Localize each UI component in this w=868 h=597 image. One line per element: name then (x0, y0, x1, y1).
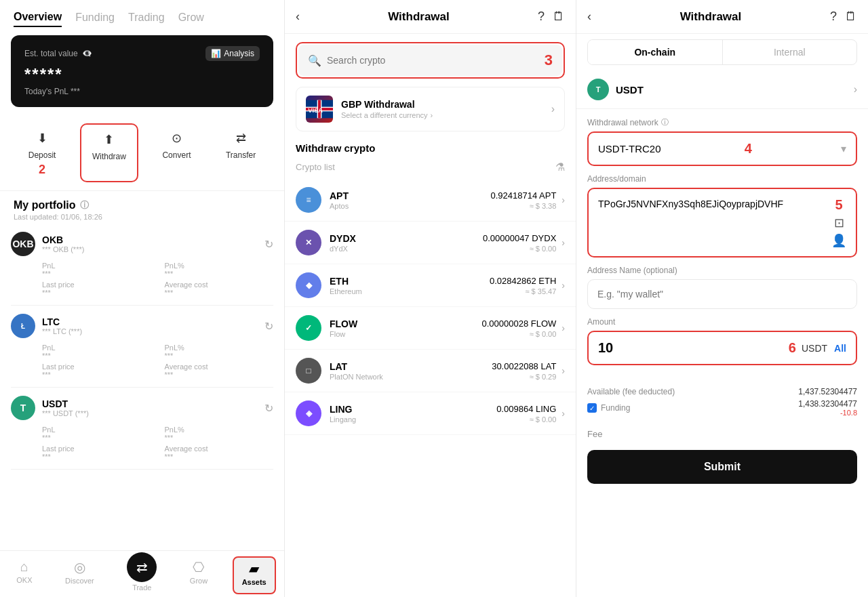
right-history-icon[interactable]: 🗒 (845, 9, 857, 24)
right-back-button[interactable]: ‹ (587, 9, 591, 24)
convert-icon: ⊙ (167, 129, 186, 148)
network-label: Withdrawal network ⓘ (587, 117, 857, 127)
usdt-avg-cost: *** (165, 453, 274, 461)
deposit-button[interactable]: ⬇ Deposit 2 (18, 123, 67, 182)
network-select[interactable]: USDT-TRC20 4 ▾ (598, 141, 846, 157)
crypto-item-ling[interactable]: ◈ LING Lingang 0.009864 LING ≈ $ 0.00 › (285, 392, 576, 435)
amount-field: 10 6 USDT All (587, 331, 857, 365)
history-icon[interactable]: 🗒 (553, 9, 565, 24)
right-usdt-chevron-icon: › (854, 83, 857, 96)
right-header: ‹ Withdrawal ? 🗒 (576, 0, 868, 34)
eth-chevron-icon: › (561, 280, 565, 291)
address-name-field (587, 279, 857, 309)
search-input[interactable] (327, 55, 539, 66)
gbp-text: GBP Withdrawal Select a different curren… (341, 99, 543, 119)
crypto-list: ≡ APT Aptos 0.92418714 APT ≈ $ 3.38 › ✕ … (285, 179, 576, 597)
transfer-button[interactable]: ⇄ Transfer (215, 123, 267, 182)
address-field: TPoGrJ5NVNFXny3Sqh8EJiQoyprapjDVHF 5 ⊡ 👤 (587, 188, 857, 258)
filter-icon[interactable]: ⚗ (555, 161, 565, 173)
annotation-2: 2 (39, 163, 45, 177)
ltc-last-price: *** (42, 371, 151, 379)
gbp-withdrawal[interactable]: VISA GBP Withdrawal Select a different c… (296, 87, 565, 131)
tab-switcher: On-chain Internal (587, 39, 857, 65)
right-header-icons: ? 🗒 (830, 9, 857, 24)
crypto-item-lat[interactable]: □ LAT PlatON Network 30.0022088 LAT ≈ $ … (285, 350, 576, 392)
ltc-refresh-icon[interactable]: ↻ (264, 320, 273, 333)
ltc-sub: *** LTC (***) (42, 327, 82, 335)
amount-currency: USDT (802, 343, 827, 354)
usdt-refresh-icon[interactable]: ↻ (264, 402, 273, 415)
amount-value[interactable]: 10 (598, 340, 789, 356)
ltc-name: LTC (42, 316, 82, 327)
convert-button[interactable]: ⊙ Convert (151, 123, 201, 182)
crypto-item-dydx[interactable]: ✕ DYDX dYdX 0.00000047 DYDX ≈ $ 0.00 › (285, 222, 576, 264)
grow-icon: ⎔ (193, 559, 204, 575)
okb-pnl-pct: *** (165, 270, 274, 278)
contact-icon[interactable]: 👤 (831, 233, 846, 248)
scan-qr-icon[interactable]: ⊡ (834, 215, 844, 230)
okb-refresh-icon[interactable]: ↻ (264, 238, 273, 251)
help-icon[interactable]: ? (538, 9, 545, 24)
right-help-icon[interactable]: ? (830, 9, 837, 24)
usdt-last-price: *** (42, 453, 151, 461)
crypto-item-flow[interactable]: ✓ FLOW Flow 0.00000028 FLOW ≈ $ 0.00 › (285, 307, 576, 350)
crypto-item-apt[interactable]: ≡ APT Aptos 0.92418714 APT ≈ $ 3.38 › (285, 179, 576, 222)
annotation-4: 4 (745, 141, 752, 157)
amount-all-button[interactable]: All (834, 343, 846, 354)
address-name-label: Address Name (optional) (587, 266, 857, 275)
okb-last-price: *** (42, 289, 151, 297)
nav-overview[interactable]: Overview (14, 11, 62, 27)
analysis-button[interactable]: 📊 Analysis (205, 46, 260, 61)
funding-row: ✓ Funding 1,438.32304477 -10.8 (587, 399, 857, 417)
okb-avatar: OKB (11, 232, 35, 256)
usdt-sub: *** USDT (***) (42, 409, 89, 417)
nav-funding[interactable]: Funding (75, 12, 115, 26)
nav-assets[interactable]: ▰ Assets (233, 556, 276, 594)
discover-icon: ◎ (74, 559, 85, 575)
amount-label: Amount (587, 317, 857, 327)
form-section: Withdrawal network ⓘ USDT-TRC20 4 ▾ Addr… (576, 109, 868, 382)
flow-avatar: ✓ (296, 315, 321, 341)
okb-avg-cost: *** (165, 289, 274, 297)
funding-checkbox[interactable]: ✓ (587, 403, 597, 413)
ling-chevron-icon: › (561, 408, 565, 419)
address-value[interactable]: TPoGrJ5NVNFXny3Sqh8EJiQoyprapjDVHF (598, 197, 826, 211)
withdraw-button[interactable]: ⬆ Withdraw (80, 123, 138, 182)
ltc-pnl: *** (42, 352, 151, 360)
assets-icon: ▰ (249, 560, 259, 577)
nav-grow[interactable]: ⎔ Grow (182, 556, 216, 594)
pnl-label: Today's PnL *** (24, 87, 260, 96)
crypto-list-header: Crypto list ⚗ (285, 157, 576, 179)
portfolio-list: OKB OKB *** OKB (***) ↻ PnL *** PnL% *** (0, 224, 284, 550)
apt-chevron-icon: › (561, 194, 565, 205)
tab-internal[interactable]: Internal (723, 40, 857, 64)
address-name-input[interactable] (597, 289, 847, 300)
action-buttons: ⬇ Deposit 2 ⬆ Withdraw ⊙ Convert ⇄ Trans… (0, 115, 284, 191)
middle-panel: ‹ Withdrawal ? 🗒 🔍 3 VISA (285, 0, 576, 597)
ltc-pnl-pct: *** (165, 352, 274, 360)
tab-on-chain[interactable]: On-chain (588, 40, 723, 64)
ltc-avatar: Ł (11, 314, 35, 338)
usdt-selector[interactable]: T USDT › (576, 70, 868, 109)
middle-back-button[interactable]: ‹ (296, 9, 300, 24)
middle-header: ‹ Withdrawal ? 🗒 (285, 0, 576, 34)
crypto-item-eth[interactable]: ◆ ETH Ethereum 0.02842862 ETH ≈ $ 35.47 … (285, 264, 576, 307)
balance-label: Est. total value 👁‍🗨 📊 Analysis (24, 46, 260, 61)
withdraw-icon: ⬆ (100, 130, 119, 149)
middle-header-icons: ? 🗒 (538, 9, 565, 24)
top-nav: Overview Funding Trading Grow (0, 0, 284, 27)
balance-card: Est. total value 👁‍🗨 📊 Analysis ***** To… (11, 35, 273, 107)
nav-okx[interactable]: ⌂ OKX (8, 556, 40, 594)
submit-button[interactable]: Submit (587, 450, 857, 484)
nav-grow[interactable]: Grow (178, 12, 204, 26)
transfer-icon: ⇄ (231, 129, 250, 148)
eth-avatar: ◆ (296, 272, 321, 298)
middle-title: Withdrawal (308, 10, 530, 24)
search-bar-container: 🔍 3 (285, 34, 576, 87)
nav-trading[interactable]: Trading (128, 12, 165, 26)
nav-trade[interactable]: ⇄ Trade 1 ↓ (119, 556, 165, 594)
annotation-3: 3 (545, 52, 553, 69)
nav-discover[interactable]: ◎ Discover (57, 556, 102, 594)
trade-fab[interactable]: ⇄ (127, 552, 157, 582)
balance-value: ***** (24, 65, 260, 84)
